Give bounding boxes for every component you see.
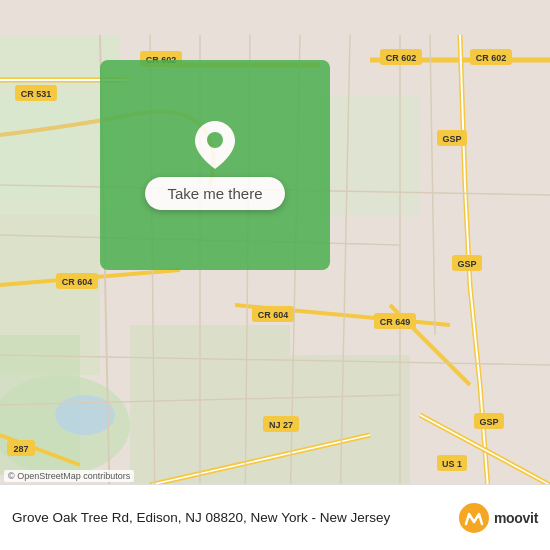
take-me-there-button[interactable]: Take me there: [145, 177, 284, 210]
svg-point-60: [207, 132, 223, 148]
svg-text:NJ 27: NJ 27: [269, 420, 293, 430]
moovit-brand-name: moovit: [494, 510, 538, 526]
svg-text:US 1: US 1: [442, 459, 462, 469]
osm-attribution: © OpenStreetMap contributors: [4, 470, 134, 482]
moovit-logo: moovit: [458, 502, 538, 534]
svg-text:GSP: GSP: [442, 134, 461, 144]
svg-text:CR 649: CR 649: [380, 317, 411, 327]
svg-text:GSP: GSP: [479, 417, 498, 427]
map-container: CR 531 CR 602 CR 602 CR 602 CR 604 CR 60…: [0, 0, 550, 550]
svg-point-9: [55, 395, 115, 435]
svg-rect-7: [320, 95, 420, 215]
svg-rect-8: [0, 95, 80, 195]
svg-text:CR 531: CR 531: [21, 89, 52, 99]
svg-point-61: [459, 503, 489, 533]
osm-text: © OpenStreetMap contributors: [8, 471, 130, 481]
address-text: Grove Oak Tree Rd, Edison, NJ 08820, New…: [12, 510, 390, 525]
svg-text:287: 287: [13, 444, 28, 454]
svg-text:CR 604: CR 604: [258, 310, 289, 320]
svg-text:CR 602: CR 602: [476, 53, 507, 63]
svg-rect-6: [290, 355, 410, 485]
map-highlight-area: Take me there: [100, 60, 330, 270]
svg-text:CR 604: CR 604: [62, 277, 93, 287]
bottom-bar: Grove Oak Tree Rd, Edison, NJ 08820, New…: [0, 484, 550, 550]
address-section: Grove Oak Tree Rd, Edison, NJ 08820, New…: [12, 508, 448, 528]
svg-text:CR 602: CR 602: [386, 53, 417, 63]
moovit-icon: [458, 502, 490, 534]
svg-text:GSP: GSP: [457, 259, 476, 269]
location-pin-icon: [195, 121, 235, 169]
